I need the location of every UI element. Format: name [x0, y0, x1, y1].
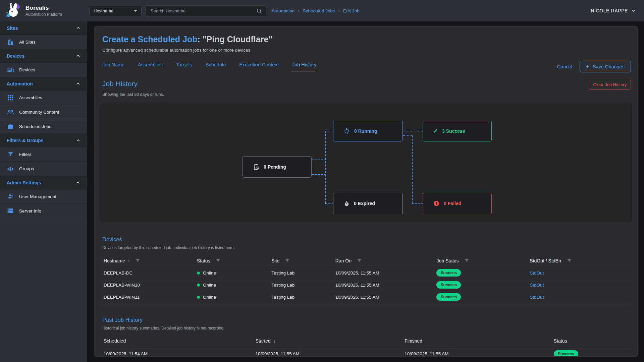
user-menu[interactable]: NICOLE RAPPE — [591, 0, 636, 21]
filter-list-icon[interactable] — [567, 258, 572, 263]
grid-icon — [7, 94, 14, 101]
chevron-up-icon — [76, 180, 80, 185]
stdout-link[interactable]: StdOut — [530, 295, 544, 300]
tab-schedule[interactable]: Schedule — [206, 62, 226, 71]
sidebar-section-sites[interactable]: Sites — [0, 21, 87, 35]
col-job-status[interactable]: Job Status — [432, 255, 526, 267]
chevron-down-icon — [631, 8, 636, 13]
sidebar-item-assemblies[interactable]: Assemblies — [0, 90, 87, 105]
brand-logo-block[interactable]: Borealis Automation Platform — [5, 3, 62, 19]
stopwatch-icon — [343, 200, 350, 207]
borealis-rabbit-logo — [5, 3, 21, 19]
breadcrumb-scheduled-jobs[interactable]: Scheduled Jobs — [303, 8, 335, 13]
search-icon[interactable] — [256, 8, 263, 14]
devices-table: Hostname ↑ Status Site Ran On Job Status — [100, 255, 632, 303]
devices-icon — [7, 66, 14, 73]
col-label: Finished — [405, 338, 422, 344]
sidebar-item-server-info[interactable]: Server Info — [0, 204, 87, 218]
editor-tabs: Job Name Assemblies Targets Schedule Exe… — [102, 61, 632, 72]
sidebar-section-filters-groups[interactable]: Filters & Groups — [0, 134, 87, 147]
col-started[interactable]: Started↓ — [252, 335, 401, 347]
flow-connector — [403, 135, 413, 136]
past-table-header-row: Scheduled Started↓ Finished Status — [100, 335, 632, 347]
tab-assemblies[interactable]: Assemblies — [138, 62, 163, 71]
breadcrumb-separator: › — [338, 8, 340, 13]
cell-ran-on: 10/09/2025, 11:55 AM — [331, 267, 433, 279]
cell-job-status: Success — [432, 279, 526, 291]
col-finished[interactable]: Finished — [400, 335, 550, 347]
filter-list-icon[interactable] — [135, 258, 140, 263]
past-history-row[interactable]: 10/09/2025, 11:54 AM 10/09/2025, 11:55 A… — [100, 347, 632, 357]
chevron-up-icon — [76, 26, 80, 31]
filter-list-icon[interactable] — [357, 258, 362, 263]
col-label: Status — [197, 258, 210, 263]
clear-job-history-button[interactable]: Clear Job History — [589, 80, 631, 89]
search-box[interactable] — [146, 5, 266, 16]
device-row[interactable]: DEEPLAB-DC Online Testing Lab 10/09/2025… — [100, 267, 632, 279]
flow-node-label: 0 Running — [354, 128, 377, 134]
cancel-button[interactable]: Cancel — [557, 64, 572, 69]
chevron-up-icon — [76, 138, 80, 143]
col-label: Scheduled — [104, 338, 126, 344]
tab-execution-context[interactable]: Execution Context — [239, 62, 279, 71]
tab-job-history[interactable]: Job History — [292, 62, 317, 71]
col-label: Site — [271, 258, 279, 263]
sidebar-item-groups[interactable]: Groups — [0, 162, 87, 176]
stdout-link[interactable]: StdOut — [530, 270, 544, 276]
filter-list-icon[interactable] — [464, 258, 469, 263]
online-status-dot — [197, 296, 200, 299]
save-changes-button[interactable]: + Save Changes — [580, 61, 631, 72]
sidebar-section-automation[interactable]: Automation — [0, 77, 87, 90]
sidebar-item-devices[interactable]: Devices — [0, 63, 87, 77]
cell-hostname: DEEPLAB-DC — [100, 267, 193, 279]
col-status[interactable]: Status — [550, 335, 632, 347]
col-label: Hostname — [104, 258, 125, 263]
sort-desc-icon[interactable]: ↓ — [273, 339, 276, 344]
sidebar-item-filters[interactable]: Filters — [0, 147, 87, 162]
cell-ran-on: 10/09/2025, 11:55 AM — [331, 291, 433, 303]
stdout-link[interactable]: StdOut — [530, 283, 544, 288]
sidebar-item-community-content[interactable]: Community Content — [0, 105, 87, 119]
device-row[interactable]: DEEPLAB-WIN11 Online Testing Lab 10/09/2… — [100, 291, 632, 303]
scheduled-job-editor-card: Create a Scheduled Job: "Ping Cloudflare… — [94, 26, 638, 357]
col-site[interactable]: Site — [267, 255, 331, 267]
col-scheduled[interactable]: Scheduled — [100, 335, 252, 347]
section-label: Admin Settings — [7, 180, 41, 185]
tab-job-name[interactable]: Job Name — [102, 62, 124, 71]
cell-status: Online — [193, 279, 267, 291]
cell-site: Testing Lab — [267, 279, 331, 291]
flow-connector — [403, 131, 423, 131]
section-label: Sites — [7, 25, 18, 31]
sidebar-section-devices[interactable]: Devices — [0, 49, 87, 63]
tab-targets[interactable]: Targets — [176, 62, 192, 71]
search-input[interactable] — [151, 8, 256, 13]
col-ran-on[interactable]: Ran On — [331, 255, 433, 267]
flow-connector — [325, 203, 334, 204]
breadcrumb-automation[interactable]: Automation — [272, 8, 294, 13]
cell-scheduled: 10/09/2025, 11:54 AM — [100, 347, 252, 357]
user-icon — [7, 193, 14, 200]
filter-list-icon[interactable] — [285, 258, 290, 263]
flow-connector — [412, 135, 413, 203]
past-job-history-heading: Past Job History — [102, 317, 632, 323]
col-hostname[interactable]: Hostname ↑ — [100, 255, 193, 267]
cell-job-status: Success — [432, 291, 526, 303]
sidebar-item-label: Server Info — [19, 208, 41, 214]
flow-node-expired: 0 Expired — [333, 193, 403, 214]
sidebar-item-scheduled-jobs[interactable]: Scheduled Jobs — [0, 119, 87, 134]
cell-ran-on: 10/09/2025, 11:55 AM — [331, 279, 433, 291]
col-status[interactable]: Status — [193, 255, 267, 267]
sidebar-item-all-sites[interactable]: All Sites — [0, 35, 87, 49]
flow-node-pending: 0 Pending — [243, 156, 312, 178]
devices-subheading: Devices targeted by this scheduled job. … — [102, 245, 632, 250]
sort-asc-icon[interactable]: ↑ — [128, 258, 130, 263]
sidebar-item-user-management[interactable]: User Management — [0, 189, 87, 204]
sidebar-item-label: Assemblies — [19, 95, 42, 100]
device-row[interactable]: DEEPLAB-WIN10 Online Testing Lab 10/09/2… — [100, 279, 632, 291]
breadcrumb-edit-job[interactable]: Edit Job — [343, 8, 360, 13]
online-status-dot — [197, 284, 200, 287]
sidebar-section-admin-settings[interactable]: Admin Settings — [0, 176, 87, 189]
hostname-filter-select[interactable]: Hostname — [89, 6, 142, 16]
col-stdout-stderr[interactable]: StdOut / StdErr — [526, 255, 632, 267]
filter-list-icon[interactable] — [216, 258, 221, 263]
